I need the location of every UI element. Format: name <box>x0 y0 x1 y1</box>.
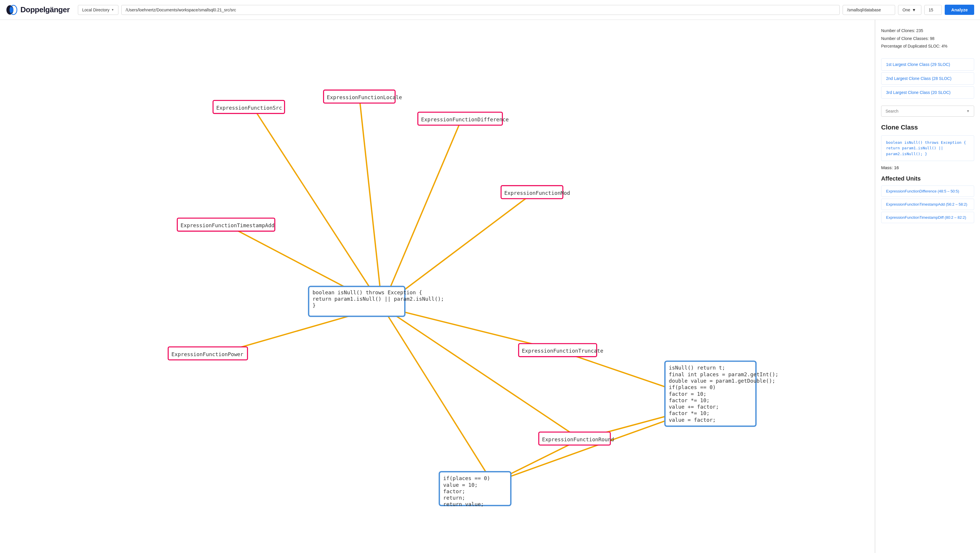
clone-count: Number of Clones: 235 <box>881 27 974 35</box>
svg-text:return;: return; <box>443 495 465 501</box>
svg-text:ExpressionFunctionRound: ExpressionFunctionRound <box>542 436 614 442</box>
sloc-percent: Percentage of Duplicated SLOC: 4% <box>881 42 974 50</box>
svg-text:ExpressionFunctionLocale: ExpressionFunctionLocale <box>327 94 402 100</box>
source-type-label: Local Directory <box>82 8 110 12</box>
svg-point-2 <box>10 7 13 13</box>
svg-text:factor *= 10;: factor *= 10; <box>669 410 710 416</box>
svg-text:return param1.isNull() || para: return param1.isNull() || param2.isNull(… <box>312 296 444 302</box>
stats-section: Number of Clones: 235 Number of Clone Cl… <box>881 27 974 50</box>
svg-text:factor;: factor; <box>443 488 465 494</box>
largest-clone-class-3[interactable]: 3rd Largest Clone Class (20 SLOC) <box>881 86 974 99</box>
source-path-input[interactable] <box>121 5 840 15</box>
clone-classes-count: Number of Clone Classes: 98 <box>881 35 974 43</box>
graph-area[interactable]: ExpressionFunctionSrc ExpressionFunction… <box>0 20 875 553</box>
clone-class-code: boolean isNull() throws Exception { retu… <box>881 135 974 161</box>
logo-icon <box>6 4 18 16</box>
db-path-input[interactable] <box>843 5 895 15</box>
svg-text:value = 10;: value = 10; <box>443 482 478 488</box>
svg-text:ExpressionFunctionMod: ExpressionFunctionMod <box>504 190 570 196</box>
chevron-down-icon: ▼ <box>966 109 970 113</box>
svg-text:factor = 10;: factor = 10; <box>669 391 706 397</box>
svg-text:factor *= 10;: factor *= 10; <box>669 397 710 404</box>
svg-line-5 <box>382 122 460 307</box>
svg-text:value += factor;: value += factor; <box>669 404 719 410</box>
min-lines-input[interactable] <box>924 5 942 15</box>
svg-line-11 <box>382 307 493 483</box>
svg-text:final int places = param2.getI: final int places = param2.getInt(); <box>669 371 778 377</box>
clone-graph: ExpressionFunctionSrc ExpressionFunction… <box>0 20 875 553</box>
chevron-down-icon: ▼ <box>912 8 916 12</box>
source-type-dropdown[interactable]: Local Directory ▼ <box>78 5 118 15</box>
svg-text:ExpressionFunctionTruncate: ExpressionFunctionTruncate <box>522 348 603 354</box>
app-title: Doppelgänger <box>21 5 70 14</box>
svg-text:double value = param1.getDoubl: double value = param1.getDouble(); <box>669 378 775 384</box>
svg-text:return value;: return value; <box>443 501 484 507</box>
sidebar: Number of Clones: 235 Number of Clone Cl… <box>875 20 980 553</box>
clone-type-label: One <box>902 8 910 12</box>
largest-clone-class-2[interactable]: 2nd Largest Clone Class (28 SLOC) <box>881 72 974 84</box>
header-controls: Local Directory ▼ One ▼ Analyze <box>78 5 974 15</box>
affected-units-section: Affected Units ExpressionFunctionDiffere… <box>881 175 974 223</box>
clone-class-title: Clone Class <box>881 124 974 131</box>
svg-line-4 <box>360 97 382 307</box>
affected-unit-3[interactable]: ExpressionFunctionTimestampDiff (80:2 – … <box>881 212 974 223</box>
svg-text:}: } <box>312 302 316 308</box>
largest-clone-class-1[interactable]: 1st Largest Clone Class (29 SLOC) <box>881 58 974 71</box>
mass-value: Mass: 16 <box>881 165 974 170</box>
chevron-down-icon: ▼ <box>111 8 114 11</box>
svg-text:boolean isNull() throws Except: boolean isNull() throws Exception { <box>312 289 422 296</box>
svg-line-10 <box>382 307 581 439</box>
svg-text:ExpressionFunctionDifference: ExpressionFunctionDifference <box>421 116 509 122</box>
svg-text:ExpressionFunctionTimestampAdd: ExpressionFunctionTimestampAdd <box>181 222 274 228</box>
svg-text:isNull() return t;: isNull() return t; <box>669 365 725 371</box>
affected-unit-2[interactable]: ExpressionFunctionTimestampAdd (56:2 – 5… <box>881 199 974 210</box>
app-logo: Doppelgänger <box>6 4 70 16</box>
search-input[interactable] <box>886 109 966 113</box>
clone-type-dropdown[interactable]: One ▼ <box>898 5 921 15</box>
analyze-button[interactable]: Analyze <box>945 5 974 15</box>
app-header: Doppelgänger Local Directory ▼ One ▼ Ana… <box>0 0 980 20</box>
svg-text:ExpressionFunctionSrc: ExpressionFunctionSrc <box>216 105 282 111</box>
svg-text:ExpressionFunctionPower: ExpressionFunctionPower <box>172 351 243 357</box>
affected-units-title: Affected Units <box>881 175 974 182</box>
affected-unit-1[interactable]: ExpressionFunctionDifference (48:5 – 50:… <box>881 186 974 197</box>
svg-line-3 <box>255 111 382 307</box>
largest-clone-classes: 1st Largest Clone Class (29 SLOC) 2nd La… <box>881 58 974 99</box>
search-dropdown[interactable]: ▼ <box>881 106 974 117</box>
svg-text:value = factor;: value = factor; <box>669 417 716 423</box>
svg-text:if(places == 0): if(places == 0) <box>443 475 490 481</box>
clone-class-section: Clone Class boolean isNull() throws Exce… <box>881 124 974 170</box>
main-content: ExpressionFunctionSrc ExpressionFunction… <box>0 20 980 553</box>
svg-text:if(places == 0): if(places == 0) <box>669 384 716 390</box>
